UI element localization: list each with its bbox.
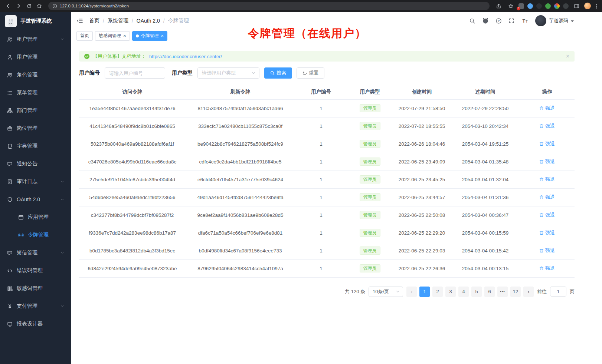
collapse-menu-icon[interactable] [76,17,83,24]
chevron-down-icon [251,71,256,75]
sidebar-item-role[interactable]: 角色管理 [0,66,71,84]
sidebar-item-dept[interactable]: 部门管理 [0,102,71,119]
sidebar-item-report-designer[interactable]: 报表设计器 [0,315,71,333]
force-logout-button[interactable]: 强退 [539,265,555,272]
tab-home[interactable]: 首页 [76,31,93,41]
page-button-2[interactable]: 2 [432,287,443,297]
tab-token[interactable]: 令牌管理× [132,31,168,41]
goto-label: 前往 [537,288,547,295]
user-id-input[interactable] [105,67,165,79]
create-time-cell: 2022-06-25 23:44:57 [393,188,451,206]
user-id-cell: 1 [295,117,347,135]
force-logout-button[interactable]: 强退 [539,229,555,236]
force-logout-button[interactable]: 强退 [539,158,555,165]
home-button[interactable] [35,1,44,10]
access-token-cell: c342377bf8b344799dcbf7bf095287f2 [79,206,186,224]
app-logo-row[interactable]: 芋道管理系统 [0,12,71,30]
user-id-cell: 1 [295,242,347,259]
share-icon[interactable] [494,1,503,10]
user-id-cell: 1 [295,153,347,171]
page-size-select[interactable]: 10条/页 [369,287,403,297]
extension-icon-2[interactable] [527,3,533,9]
tab-sensitive-word[interactable]: 敏感词管理× [95,31,130,41]
doc-link[interactable]: https://doc.iocoder.cn/user-center/ [149,54,222,59]
browser-menu-icon[interactable] [594,4,598,9]
back-button[interactable] [4,1,13,10]
prev-page-button[interactable]: ‹ [406,287,417,297]
sidebar: 芋道管理系统 租户管理用户管理角色管理菜单管理部门管理岗位管理字典管理通知公告审… [0,12,71,364]
site-info-icon[interactable] [52,4,57,9]
force-logout-button[interactable]: 强退 [539,105,555,112]
github-icon[interactable] [482,17,489,24]
sidebar-item-notice[interactable]: 通知公告 [0,155,71,173]
extension-icon-5[interactable] [554,3,560,9]
table-row: 275e5de9151045fe87cbdc395e004f4de6cfd40e… [79,171,575,188]
sidebar-item-app[interactable]: 应用管理 [0,208,71,226]
reset-button[interactable]: 重置 [297,67,324,79]
sidebar-item-oauth2[interactable]: OAuth 2.0 [0,191,71,208]
sidebar-item-menu[interactable]: 菜单管理 [0,84,71,102]
breadcrumb-item[interactable]: 系统管理 [108,17,128,24]
sidebar-item-post[interactable]: 岗位管理 [0,119,71,137]
extension-icon-1[interactable]: 0 [518,3,524,9]
breadcrumb-item[interactable]: OAuth 2.0 [137,18,160,24]
page-button-3[interactable]: 3 [445,287,456,297]
page-button-12[interactable]: 12 [510,287,521,297]
breadcrumb-separator: / [103,18,104,24]
sidebar-item-dict[interactable]: 字典管理 [0,137,71,155]
sidebar-item-sensitive-word[interactable]: 敏感词管理 [0,279,71,297]
app-logo [5,15,17,27]
sidebar-item-user[interactable]: 用户管理 [0,48,71,66]
expire-time-cell: 2054-03-04 01:32:04 [451,171,520,188]
alert-close-icon[interactable]: × [566,53,569,60]
sidebar-item-label: 字典管理 [17,143,37,149]
sidebar-item-error-code[interactable]: 错误码管理 [0,262,71,279]
goto-page-input[interactable] [550,287,566,297]
extension-icon-6[interactable] [563,3,569,9]
page-ellipsis-button[interactable]: ••• [497,287,508,297]
search-icon[interactable] [469,18,475,24]
tab-close-icon[interactable]: × [123,33,126,38]
fullscreen-icon[interactable] [508,18,514,24]
reset-button-label: 重置 [309,70,318,76]
extension-icon-4[interactable] [545,3,551,9]
page-button-5[interactable]: 5 [471,287,482,297]
sidebar-item-audit-log[interactable]: 审计日志 [0,173,71,191]
chevron-down-icon [396,289,400,294]
force-logout-button[interactable]: 强退 [539,194,555,201]
user-menu[interactable]: 芋道源码 [535,15,574,26]
browser-profile-avatar[interactable] [584,3,591,9]
sidebar-item-tenant[interactable]: 租户管理 [0,30,71,48]
sidebar-item-token[interactable]: 令牌管理 [0,226,71,244]
breadcrumb-item[interactable]: 令牌管理 [168,17,189,24]
column-header: 用户类型 [347,85,393,99]
user-type-select[interactable]: 请选择用户类型 [197,67,259,79]
extension-icon-3[interactable] [536,3,542,9]
force-logout-button[interactable]: 强退 [539,123,555,129]
forward-button[interactable] [14,1,23,10]
expire-time-cell: 2054-03-04 00:36:47 [451,206,520,224]
breadcrumb-item[interactable]: 首页 [89,17,99,24]
sidebar-item-sms[interactable]: 短信管理 [0,244,71,262]
expire-time-cell: 2022-07-29 22:28:50 [451,99,520,117]
force-logout-button[interactable]: 强退 [539,212,555,218]
sidebar-item-pay[interactable]: 支付管理 [0,297,71,315]
force-logout-label: 强退 [545,176,555,183]
font-size-icon[interactable]: TT [521,18,529,24]
tab-close-icon[interactable]: × [161,33,164,38]
bookmark-star-icon[interactable] [506,1,515,10]
reload-button[interactable] [24,1,33,10]
refresh-token-cell: 49d1aa46d1454fbd87591444423be9fa [186,188,295,206]
help-icon[interactable]: ? [495,18,502,24]
side-panel-icon[interactable] [572,1,581,10]
next-page-button[interactable]: › [523,287,534,297]
search-button[interactable]: 搜索 [264,67,292,79]
tab-label: 首页 [80,33,89,39]
page-button-1[interactable]: 1 [419,287,430,297]
force-logout-button[interactable]: 强退 [539,176,555,183]
force-logout-button[interactable]: 强退 [539,140,555,147]
url-bar[interactable]: 127.0.0.1:1024/system/oauth2/token [48,2,490,10]
force-logout-button[interactable]: 强退 [539,247,555,254]
page-button-6[interactable]: 6 [484,287,495,297]
page-button-4[interactable]: 4 [458,287,469,297]
